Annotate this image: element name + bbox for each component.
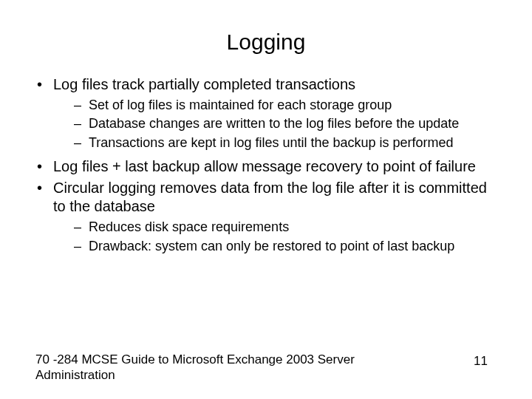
sub-bullet-text: Reduces disk space requirements: [89, 219, 289, 234]
sub-bullet-item: Transactions are kept in log files until…: [74, 134, 502, 151]
sub-bullet-item: Set of log files is maintained for each …: [74, 97, 502, 114]
sub-bullet-list: Reduces disk space requirements Drawback…: [53, 219, 502, 255]
slide: Logging Log files track partially comple…: [0, 0, 532, 399]
sub-bullet-text: Transactions are kept in log files until…: [89, 135, 454, 150]
sub-bullet-list: Set of log files is maintained for each …: [53, 97, 502, 151]
bullet-text: Circular logging removes data from the l…: [53, 180, 487, 214]
bullet-text: Log files + last backup allow message re…: [53, 158, 476, 174]
sub-bullet-item: Reduces disk space requirements: [74, 219, 502, 236]
sub-bullet-item: Database changes are written to the log …: [74, 115, 502, 132]
bullet-list: Log files track partially completed tran…: [30, 75, 502, 255]
bullet-item: Log files track partially completed tran…: [37, 75, 502, 151]
sub-bullet-text: Database changes are written to the log …: [89, 116, 459, 131]
page-number: 11: [474, 352, 488, 369]
bullet-item: Log files + last backup allow message re…: [37, 157, 502, 176]
sub-bullet-text: Set of log files is maintained for each …: [89, 98, 392, 112]
slide-footer: 70 -284 MCSE Guide to Microsoft Exchange…: [35, 352, 488, 383]
bullet-text: Log files track partially completed tran…: [53, 76, 355, 92]
footer-source: 70 -284 MCSE Guide to Microsoft Exchange…: [35, 352, 420, 383]
slide-title: Logging: [30, 30, 502, 55]
sub-bullet-item: Drawback: system can only be restored to…: [74, 238, 502, 255]
sub-bullet-text: Drawback: system can only be restored to…: [89, 239, 454, 253]
bullet-item: Circular logging removes data from the l…: [37, 179, 502, 255]
